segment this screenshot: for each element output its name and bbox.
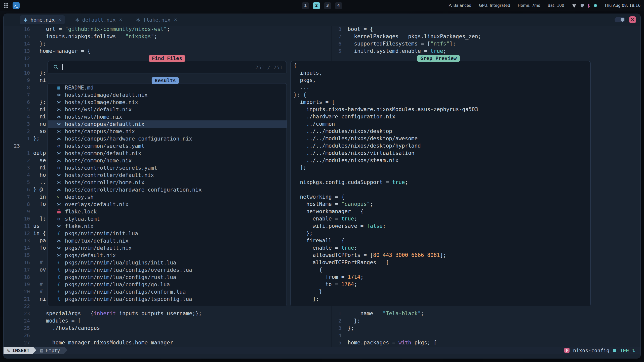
format-toggle[interactable]	[615, 17, 625, 22]
result-item[interactable]: ☾pkgs/nvim/nvim/lua/configs/rust.lua	[48, 274, 287, 281]
code-line[interactable]: 25 ./hosts/canopus	[4, 325, 331, 332]
result-item[interactable]: pkgs/nvim/default.nix	[48, 244, 287, 252]
code-line[interactable]: 8boot = {	[332, 26, 640, 33]
preview-line: allowedTCPPorts = [80 443 3000 6666 8081…	[294, 252, 590, 259]
close-tab-icon[interactable]: ×	[119, 17, 122, 22]
nix-file-icon	[56, 137, 62, 141]
line-number: 9	[4, 77, 30, 84]
result-item[interactable]: ☾pkgs/nvim/nvim/lua/plugins/init.lua	[48, 259, 287, 266]
line-number: 5	[332, 339, 341, 346]
buffer-tabline: home.nix×default.nix×flake.nix× ×	[4, 14, 640, 26]
close-window-button[interactable]: ×	[629, 16, 636, 23]
line-number: 2	[332, 317, 341, 325]
lua-file-icon: ☾	[56, 267, 62, 272]
code-line[interactable]: 24 modules = [	[4, 317, 331, 325]
code-line[interactable]: 5 initrd.systemd.enable = true;	[332, 48, 640, 55]
result-item[interactable]: hosts/controller/hardware-configuration.…	[48, 186, 287, 193]
code-line[interactable]: 16 url = "github:nix-community/nixos-wsl…	[4, 26, 331, 33]
clock[interactable]: Thu Aug 08, 18:16	[605, 3, 640, 8]
result-item[interactable]: hosts/controller/home.nix	[48, 179, 287, 186]
result-item[interactable]: ☾pkgs/nvim/nvim/lua/configs/lspconfig.lu…	[48, 295, 287, 303]
line-number: 23	[4, 310, 30, 317]
result-item[interactable]: hosts/common/default.nix	[48, 150, 287, 157]
result-item[interactable]: hosts/canopus/home.nix	[48, 128, 287, 135]
git-repo-icon	[564, 348, 570, 353]
code-line[interactable]: 14 };	[4, 40, 331, 48]
nix-file-icon	[56, 180, 62, 185]
code-line[interactable]: 4	[332, 332, 640, 339]
result-item[interactable]: flake.lock	[48, 208, 287, 215]
workspace-1[interactable]: 1	[302, 2, 309, 9]
find-files-input[interactable]: 251 / 251	[48, 61, 287, 73]
result-item[interactable]: ☾pkgs/nvim/nvim/lua/configs/conform.lua	[48, 288, 287, 295]
system-tray: ᛒ	[572, 3, 597, 8]
line-number: 16	[4, 26, 30, 33]
preview-line: inputs.nixos-hardware.nixosModules.asus-…	[294, 106, 590, 113]
tab-home.nix[interactable]: home.nix×	[20, 15, 65, 24]
results-title: Results	[152, 77, 179, 84]
tab-flake.nix[interactable]: flake.nix×	[132, 15, 181, 24]
preview-line: ];	[294, 164, 590, 171]
result-item[interactable]: pkgs/default.nix	[48, 252, 287, 259]
tab-default.nix[interactable]: default.nix×	[71, 15, 126, 24]
close-tab-icon[interactable]: ×	[58, 17, 61, 22]
result-item[interactable]: ☾pkgs/nvim/nvim/lua/configs/go.lua	[48, 281, 287, 288]
line-number: 10	[4, 69, 30, 77]
preview-line: inputs,	[294, 69, 590, 77]
result-item[interactable]: ☾pkgs/nvim/nvim/init.lua	[48, 230, 287, 237]
result-item[interactable]: ⚙stylua.toml	[48, 215, 287, 222]
result-item-selected[interactable]: hosts/canopus/default.nix	[48, 120, 287, 128]
result-item[interactable]: flake.nix	[48, 222, 287, 230]
result-item[interactable]: hosts/isoImage/home.nix	[48, 99, 287, 106]
preview-line: allowedTCPPortRanges = [	[294, 259, 590, 266]
result-item[interactable]: hosts/controller/default.nix	[48, 171, 287, 179]
nix-file-icon	[56, 151, 62, 156]
line-number: 4	[4, 171, 30, 179]
result-item[interactable]: home/tux/default.nix	[48, 237, 287, 244]
line-number: 3	[4, 120, 30, 128]
code-line[interactable]: 5home.packages = with pkgs; [	[332, 339, 640, 346]
wifi-icon[interactable]	[572, 4, 577, 8]
code-line[interactable]: 13 home-manager = {	[4, 48, 331, 55]
result-item[interactable]: >_deploy.sh	[48, 193, 287, 201]
terminal-window: home.nix×default.nix×flake.nix× × 16 url…	[3, 14, 641, 358]
line-number: 3	[332, 325, 341, 332]
code-line[interactable]: 27 home-manager.nixosModules.home-manage…	[4, 339, 331, 346]
shield-icon[interactable]	[580, 4, 584, 8]
result-item[interactable]: overlays/default.nix	[48, 201, 287, 208]
terminal-app-icon[interactable]: >_	[13, 2, 20, 9]
result-item[interactable]: hosts/wsl/default.nix	[48, 106, 287, 113]
apps-grid-icon[interactable]	[4, 3, 9, 8]
result-item[interactable]: hosts/common/home.nix	[48, 157, 287, 164]
tabs: home.nix×default.nix×flake.nix×	[20, 15, 181, 24]
nix-file-icon	[75, 17, 80, 22]
status-dot-icon[interactable]	[594, 4, 597, 7]
workspace-4[interactable]: 4	[335, 2, 342, 9]
nix-file-icon	[56, 122, 62, 126]
result-item[interactable]: hosts/isoImage/default.nix	[48, 91, 287, 99]
result-item[interactable]: ⚙hosts/controller/secrets.yaml	[48, 164, 287, 171]
result-item[interactable]: ▦README.md	[48, 84, 287, 91]
workspace-2[interactable]: 2	[313, 2, 320, 9]
code-line[interactable]: 15 inputs.nixpkgs.follows = "nixpkgs";	[4, 33, 331, 40]
result-item[interactable]: ☾pkgs/nvim/nvim/lua/configs/overrides.lu…	[48, 266, 287, 274]
bluetooth-icon[interactable]: ᛒ	[588, 3, 590, 8]
line-number: 18	[4, 274, 30, 281]
nix-file-icon	[56, 107, 62, 112]
code-line[interactable]: 1 name = "Tela-black";	[332, 310, 640, 317]
close-tab-icon[interactable]: ×	[174, 17, 177, 22]
result-item[interactable]: hosts/canopus/hardware-configuration.nix	[48, 135, 287, 142]
workspace-3[interactable]: 3	[324, 2, 331, 9]
code-line[interactable]: 26	[4, 332, 331, 339]
code-line[interactable]: 3};	[332, 325, 640, 332]
separator	[33, 347, 36, 354]
code-line[interactable]: 2 };	[332, 317, 640, 325]
result-item[interactable]: ⚙hosts/common/secrets.yaml	[48, 142, 287, 150]
result-item[interactable]: hosts/wsl/home.nix	[48, 113, 287, 120]
lua-file-icon: ☾	[56, 260, 62, 265]
code-line[interactable]: 6 supportedFilesystems = ["ntfs"];	[332, 40, 640, 48]
nix-file-icon	[56, 246, 62, 250]
nix-file-icon	[56, 188, 62, 192]
code-line[interactable]: 23 specialArgs = {inherit inputs outputs…	[4, 310, 331, 317]
code-line[interactable]: 7 kernelPackages = pkgs.linuxPackages_ze…	[332, 33, 640, 40]
